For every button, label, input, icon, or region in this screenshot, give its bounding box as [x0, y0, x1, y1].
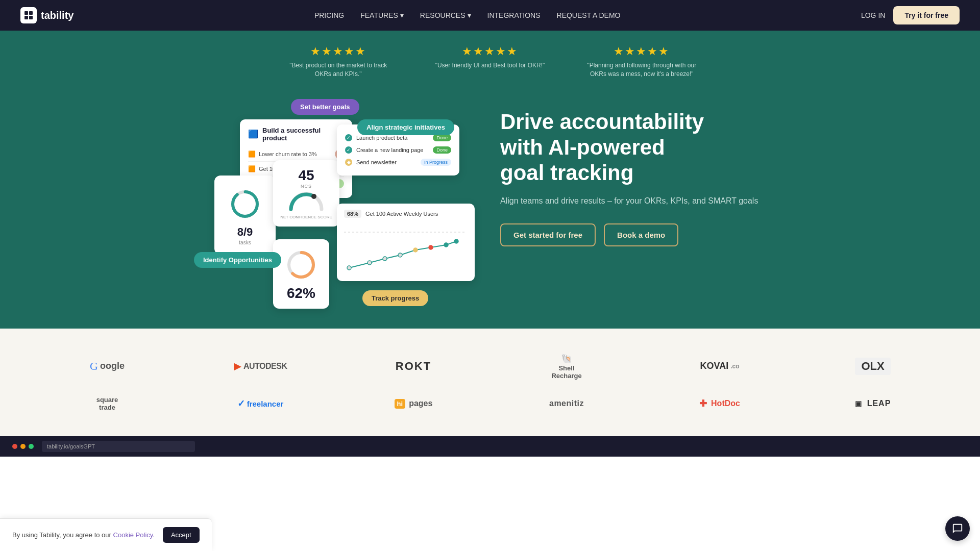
percent-card: 62% [273, 239, 329, 309]
ncs-number: 45 [280, 167, 332, 184]
logo-freelancer: ✓freelancer [237, 398, 284, 409]
login-link[interactable]: LOG IN [861, 11, 885, 19]
percent-donut-chart [286, 249, 316, 280]
chevron-down-icon: ▾ [468, 11, 471, 19]
hero-subtext: Align teams and drive results – for your… [500, 194, 776, 208]
hash-icon-1: 🟧 [248, 151, 256, 158]
hero-buttons: Get started for free Book a demo [500, 223, 776, 246]
pill-set-better-goals: Set better goals [291, 99, 359, 115]
logo-hotdoc: ✚HotDoc [699, 398, 740, 409]
hash-icon-2: 🟧 [248, 165, 256, 172]
navbar: tability PRICING FEATURES ▾ RESOURCES ▾ … [0, 0, 980, 31]
initiative-item-2: ✓ Create a new landing page Done [345, 144, 451, 156]
percent-number: 62% [280, 285, 322, 302]
tasks-label: tasks [224, 240, 266, 245]
ncs-card: 45 NCS NET CONFIDENCE SCORE [273, 160, 339, 227]
hero-right: Drive accountabilitywith AI-poweredgoal … [470, 94, 776, 247]
svg-point-14 [413, 248, 418, 252]
nav-links: PRICING FEATURES ▾ RESOURCES ▾ INTEGRATI… [314, 11, 621, 19]
check-icon-init-3: ◆ [345, 159, 352, 166]
pill-track-progress: Track progress [362, 290, 428, 306]
ncs-label: NET CONFIDENCE SCORE [280, 215, 332, 219]
logo-amenitiz: amenitiz [549, 399, 584, 408]
chart-card: 68% Get 100 Active Weekly Users [337, 204, 475, 281]
logo-olx: OLX [855, 358, 890, 375]
badge-done-2: Done [433, 146, 451, 154]
browser-url-bar[interactable]: tability.io/goalsGPT [42, 441, 195, 452]
reviews-bar: ★★★★★ "Best product on the market to tra… [0, 31, 980, 89]
logo-squaretrade: squaretrade [96, 396, 118, 412]
initiative-item-3: ◆ Send newsletter In Progress [345, 156, 451, 168]
browser-dot-green [29, 444, 34, 449]
check-icon-init-2: ✓ [345, 146, 352, 154]
browser-url-text: tability.io/goalsGPT [47, 443, 95, 449]
svg-point-12 [383, 257, 387, 261]
hero-illustration: Set better goals 🟦 Build a successful pr… [204, 94, 470, 308]
nav-resources[interactable]: RESOURCES ▾ [420, 11, 471, 19]
ncs-sub: NCS [280, 184, 332, 189]
logos-grid: G oogle ▶ AUTODESK ROKT 🐚 ShellRecharge … [41, 353, 939, 412]
pill-align-strategic: Align strategic initiatives [357, 119, 454, 135]
goal-icon: 🟦 [248, 129, 258, 139]
stars-2: ★★★★★ [435, 45, 545, 58]
browser-dot-yellow [20, 444, 26, 449]
nav-right: LOG IN Try it for free [861, 6, 960, 24]
ncs-arc-chart [286, 189, 327, 212]
try-free-button[interactable]: Try it for free [893, 6, 960, 24]
browser-bar: tability.io/goalsGPT [0, 436, 980, 457]
nav-features[interactable]: FEATURES ▾ [360, 11, 404, 19]
svg-point-11 [368, 261, 372, 265]
logo-kovai: KOVAI.co [700, 361, 739, 371]
badge-done-1: Done [433, 134, 451, 141]
review-1: ★★★★★ "Best product on the market to tra… [282, 45, 395, 79]
badge-progress-3: In Progress [421, 159, 451, 166]
svg-rect-1 [29, 11, 33, 15]
logo-shell: 🐚 ShellRecharge [551, 353, 581, 380]
hero-section: ★★★★★ "Best product on the market to tra… [0, 0, 980, 329]
logos-section: G oogle ▶ AUTODESK ROKT 🐚 ShellRecharge … [0, 329, 980, 436]
chart-title: Get 100 Active Weekly Users [365, 211, 438, 217]
svg-point-10 [347, 266, 351, 270]
svg-point-15 [429, 245, 433, 249]
nav-pricing[interactable]: PRICING [314, 11, 344, 19]
logo-icon [20, 7, 37, 23]
nav-request-demo[interactable]: REQUEST A DEMO [557, 11, 621, 19]
tasks-card: 8/9 tasks [214, 176, 276, 255]
svg-point-16 [444, 243, 448, 247]
stars-3: ★★★★★ [585, 45, 698, 58]
tasks-donut-chart [230, 189, 260, 219]
logo[interactable]: tability [20, 7, 74, 23]
nav-integrations[interactable]: INTEGRATIONS [487, 11, 541, 19]
goal-item-1: 🟧 Lower churn rate to 3% [248, 147, 344, 162]
review-text-3: "Planning and following through with our… [585, 61, 698, 79]
tasks-fraction: 8/9 [224, 226, 266, 239]
hero-heading: Drive accountabilitywith AI-poweredgoal … [500, 109, 776, 186]
check-icon-init-1: ✓ [345, 134, 352, 141]
svg-rect-0 [24, 11, 28, 15]
svg-rect-2 [24, 16, 28, 19]
logo-hipages: hi pages [395, 399, 433, 409]
stars-1: ★★★★★ [282, 45, 395, 58]
hero-content: Set better goals 🟦 Build a successful pr… [184, 89, 796, 329]
browser-dot-red [12, 444, 17, 449]
get-started-button[interactable]: Get started for free [500, 223, 596, 246]
review-text-1: "Best product on the market to track OKR… [282, 61, 395, 79]
logo-rokt: ROKT [396, 360, 431, 373]
logo-leap: ▣LEAP [855, 399, 891, 408]
book-demo-button[interactable]: Book a demo [604, 223, 678, 246]
logo-autodesk: ▶ AUTODESK [234, 361, 287, 372]
chart-pct: 68% [344, 210, 361, 218]
svg-point-17 [454, 239, 458, 243]
svg-point-6 [311, 194, 316, 199]
review-text-2: "User friendly UI and Best tool for OKR!… [435, 61, 545, 70]
chevron-down-icon: ▾ [400, 11, 404, 19]
svg-rect-3 [29, 16, 33, 19]
svg-point-13 [398, 253, 402, 257]
pill-identify-opportunities: Identify Opportunities [194, 252, 281, 268]
goal-chart [344, 222, 467, 273]
svg-point-5 [233, 192, 257, 216]
goal-card-title: Build a successful product [262, 127, 344, 142]
review-2: ★★★★★ "User friendly UI and Best tool fo… [435, 45, 545, 79]
logo-google: G oogle [90, 360, 125, 373]
logo-text: tability [41, 10, 74, 21]
